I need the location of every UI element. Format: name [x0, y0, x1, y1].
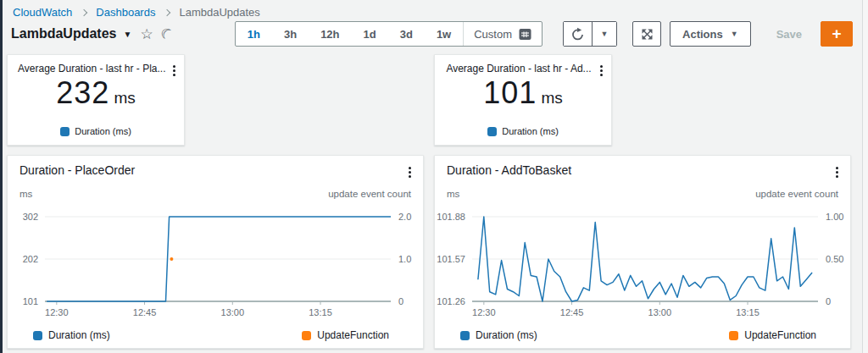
svg-text:13:00: 13:00 — [221, 307, 245, 317]
legend-item[interactable]: Duration (ms) — [33, 329, 110, 341]
widget-menu-kebab-icon[interactable] — [405, 163, 415, 181]
legend-item[interactable]: Duration (ms) — [460, 329, 537, 341]
save-button[interactable]: Save — [765, 28, 814, 41]
window-left-edge — [0, 0, 3, 353]
svg-text:101.88: 101.88 — [437, 212, 465, 222]
svg-text:12:30: 12:30 — [45, 307, 69, 317]
legend-item[interactable]: Duration (ms) — [8, 126, 184, 136]
widget-duration-addtobasket-chart: Duration - AddToBasket ms update event c… — [434, 155, 851, 349]
right-axis-label: update event count — [328, 189, 411, 199]
legend-marker-icon — [60, 127, 70, 136]
svg-text:101.57: 101.57 — [437, 254, 465, 264]
favorite-star-icon[interactable]: ☆ — [140, 27, 153, 41]
widget-menu-kebab-icon[interactable] — [832, 163, 842, 181]
widget-average-duration-addtobasket: Average Duration - last hr - Ad... 101 m… — [434, 54, 612, 146]
time-range-3h-button[interactable]: 3h — [272, 22, 309, 46]
metric-value: 232 — [56, 75, 109, 111]
widget-average-duration-placeorder: Average Duration - last hr - Pla... 232 … — [7, 54, 185, 146]
chart-legend: Duration (ms)UpdateFunction — [460, 329, 816, 341]
fullscreen-button[interactable] — [632, 21, 661, 47]
time-range-group: 1h3h12h1d3d1w Custom — [235, 21, 542, 47]
legend-item[interactable]: UpdateFunction — [302, 329, 389, 341]
refresh-icon — [570, 27, 585, 41]
refresh-split-button: ▼ — [563, 21, 617, 47]
chart-plot-area[interactable]: 10102021.03022.012:3012:4513:0013:15 — [8, 203, 425, 320]
widget-menu-kebab-icon[interactable] — [597, 62, 606, 80]
svg-text:101: 101 — [23, 296, 38, 306]
left-axis-label: ms — [447, 189, 459, 199]
chevron-down-icon: ▼ — [731, 30, 738, 38]
chart-plot-area[interactable]: 101.260101.570.50101.881.0012:3012:4513:… — [435, 203, 852, 320]
right-axis-label: update event count — [755, 189, 838, 199]
widget-duration-placeorder-chart: Duration - PlaceOrder ms update event co… — [7, 155, 424, 349]
widget-title: Average Duration - last hr - Pla... — [8, 63, 184, 74]
legend-marker-icon — [487, 127, 497, 136]
widget-menu-kebab-icon[interactable] — [170, 62, 179, 80]
calendar-icon — [519, 28, 531, 41]
chevron-right-icon — [164, 8, 170, 15]
legend-marker-icon — [302, 331, 311, 340]
custom-range-button[interactable]: Custom — [464, 22, 542, 46]
time-range-12h-button[interactable]: 12h — [309, 22, 351, 46]
legend-marker-icon — [460, 331, 470, 340]
svg-text:2.0: 2.0 — [398, 212, 411, 222]
add-widget-button[interactable]: + — [821, 21, 853, 47]
breadcrumb: CloudWatch Dashboards LambdaUpdates — [13, 6, 260, 19]
svg-text:12:45: 12:45 — [133, 307, 157, 317]
time-range-1d-button[interactable]: 1d — [352, 22, 388, 46]
svg-text:202: 202 — [23, 254, 38, 264]
svg-text:1.00: 1.00 — [826, 212, 843, 222]
chevron-right-icon — [81, 8, 87, 15]
refresh-button[interactable] — [564, 22, 593, 46]
dark-mode-moon-icon[interactable]: ☾ — [157, 25, 175, 44]
metric-unit: ms — [541, 89, 562, 108]
fullscreen-expand-icon — [641, 28, 654, 41]
svg-text:0: 0 — [398, 296, 403, 306]
svg-text:12:45: 12:45 — [560, 307, 584, 317]
legend-item[interactable]: Duration (ms) — [435, 126, 611, 136]
breadcrumb-cloudwatch[interactable]: CloudWatch — [13, 6, 72, 19]
breadcrumb-current: LambdaUpdates — [179, 6, 259, 19]
svg-text:13:15: 13:15 — [309, 307, 332, 317]
scrollbar[interactable] — [862, 0, 868, 353]
legend-item[interactable]: UpdateFunction — [729, 329, 816, 341]
chart-title: Duration - AddToBasket — [447, 163, 571, 177]
left-axis-label: ms — [19, 189, 32, 199]
title-dropdown-caret-icon[interactable]: ▼ — [123, 30, 131, 39]
legend-marker-icon — [33, 331, 42, 340]
svg-text:302: 302 — [23, 212, 38, 222]
metric-unit: ms — [114, 89, 135, 108]
time-range-3d-button[interactable]: 3d — [388, 22, 425, 46]
page-title: LambdaUpdates — [11, 26, 116, 41]
actions-button[interactable]: Actions ▼ — [670, 21, 751, 47]
time-range-1h-button[interactable]: 1h — [236, 22, 272, 46]
svg-text:1.0: 1.0 — [398, 254, 411, 264]
legend-marker-icon — [729, 331, 738, 340]
chart-title: Duration - PlaceOrder — [19, 163, 135, 177]
dashboard-toolbar: 1h3h12h1d3d1w Custom ▼ — [235, 21, 853, 47]
svg-text:0.50: 0.50 — [826, 254, 843, 264]
svg-text:13:00: 13:00 — [648, 307, 672, 317]
time-range-1w-button[interactable]: 1w — [425, 22, 463, 46]
svg-text:12:30: 12:30 — [472, 307, 496, 317]
svg-text:101.26: 101.26 — [437, 296, 465, 306]
svg-text:13:15: 13:15 — [736, 307, 760, 317]
widget-title: Average Duration - last hr - Ad... — [435, 63, 611, 74]
refresh-options-caret[interactable]: ▼ — [593, 22, 616, 46]
chart-legend: Duration (ms)UpdateFunction — [33, 329, 389, 341]
breadcrumb-dashboards[interactable]: Dashboards — [96, 6, 155, 19]
metric-value: 101 — [483, 75, 537, 111]
svg-text:0: 0 — [826, 296, 831, 306]
